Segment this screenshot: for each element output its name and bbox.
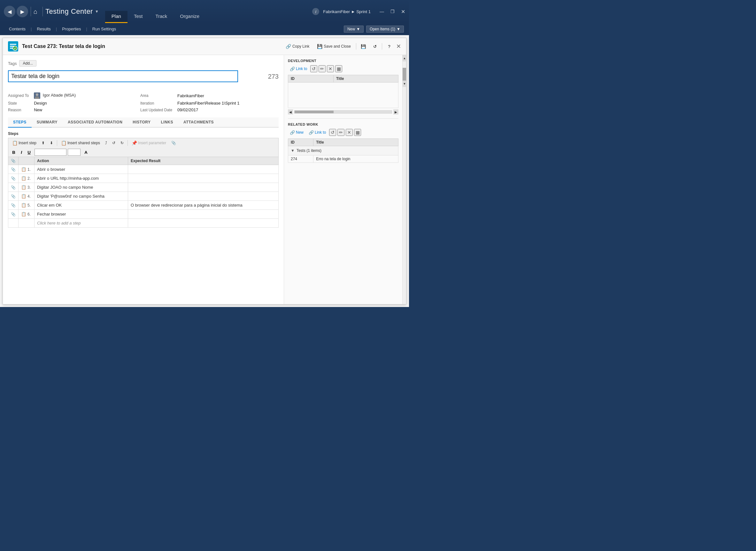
step-action-cell[interactable]: Abrir o browser bbox=[35, 165, 128, 174]
rw-board-button[interactable]: ▦ bbox=[354, 129, 361, 136]
step-action-cell[interactable]: Digitar 'P@ssw0rd' no campo Senha bbox=[35, 192, 128, 201]
step-expected-cell[interactable] bbox=[128, 174, 278, 183]
assigned-to-value: Igor Abade (MSA) bbox=[34, 92, 135, 99]
rw-refresh-button[interactable]: ↺ bbox=[329, 129, 336, 136]
step-action-cell: Click here to add a step bbox=[35, 219, 128, 228]
step-action-cell[interactable]: Digitar JOAO no campo Nome bbox=[35, 183, 128, 192]
format-underline-button[interactable]: U bbox=[26, 149, 33, 156]
step-action-cell[interactable]: Fechar browser bbox=[35, 210, 128, 219]
h-scroll-track[interactable] bbox=[294, 110, 392, 113]
shared-redo-btn[interactable]: ↻ bbox=[119, 140, 126, 146]
vertical-scrollbar[interactable]: ▲ ▼ bbox=[402, 55, 406, 304]
tab-summary[interactable]: SUMMARY bbox=[32, 117, 63, 128]
rw-item-id: 274 bbox=[288, 155, 313, 163]
step-expected-cell[interactable] bbox=[128, 192, 278, 201]
development-section: DEVELOPMENT 🔗 Link to ↺ ✏ ✕ ▦ bbox=[288, 59, 398, 114]
add-step-link[interactable]: Click here to add a step bbox=[37, 221, 81, 225]
rw-delete-button[interactable]: ✕ bbox=[346, 129, 353, 136]
sub-nav-properties[interactable]: Properties bbox=[58, 23, 85, 35]
info-icon[interactable]: i bbox=[312, 8, 319, 15]
home-button[interactable]: ⌂ bbox=[34, 8, 37, 15]
back-button[interactable]: ◀ bbox=[4, 6, 15, 17]
minimize-button[interactable]: — bbox=[380, 9, 384, 14]
step-expected-cell[interactable] bbox=[128, 210, 278, 219]
step-expected-cell[interactable] bbox=[128, 165, 278, 174]
assigned-avatar bbox=[34, 92, 40, 99]
related-work-section: RELATED WORK 🔗 New 🔗 Link to ↺ ✏ ✕ bbox=[288, 122, 398, 163]
sub-nav-contents[interactable]: Contents bbox=[5, 23, 29, 35]
dev-delete-button[interactable]: ✕ bbox=[327, 65, 334, 72]
tab-steps[interactable]: STEPS bbox=[8, 117, 32, 128]
step-clip-icon: 📎 bbox=[11, 203, 16, 207]
v-scroll-up[interactable]: ▲ bbox=[403, 55, 406, 61]
tab-history[interactable]: HISTORY bbox=[127, 117, 156, 128]
param-attach-btn[interactable]: 📎 bbox=[169, 140, 178, 146]
tab-attachments[interactable]: ATTACHMENTS bbox=[178, 117, 219, 128]
app-dropdown-arrow[interactable]: ▼ bbox=[95, 9, 99, 14]
tab-associated-automation[interactable]: ASSOCIATED AUTOMATION bbox=[63, 117, 127, 128]
refresh-icon-button[interactable]: ↺ bbox=[370, 42, 379, 51]
step-action-cell[interactable]: Abrir o URL http://minha-app.com bbox=[35, 174, 128, 183]
shared-steps-icon-btn[interactable]: ⤴ bbox=[103, 140, 109, 146]
move-up-button[interactable]: ⬆ bbox=[40, 140, 47, 146]
step-expected-cell[interactable] bbox=[128, 219, 278, 228]
font-size-input[interactable] bbox=[68, 149, 81, 156]
sub-nav-results[interactable]: Results bbox=[33, 23, 54, 35]
copy-link-button[interactable]: 🔗 Copy Link bbox=[283, 43, 312, 50]
sub-nav-run-settings[interactable]: Run Settings bbox=[89, 23, 120, 35]
step-num-cell: 📋 3. bbox=[19, 183, 35, 192]
dev-board-button[interactable]: ▦ bbox=[335, 65, 342, 72]
move-down-button[interactable]: ⬇ bbox=[48, 140, 55, 146]
restore-button[interactable]: ❐ bbox=[390, 9, 395, 14]
help-icon-button[interactable]: ? bbox=[385, 42, 394, 51]
add-tags-button[interactable]: Add... bbox=[19, 60, 36, 66]
tab-links[interactable]: LINKS bbox=[156, 117, 179, 128]
tab-plan[interactable]: Plan bbox=[105, 11, 127, 23]
save-and-close-button[interactable]: 💾 Save and Close bbox=[314, 43, 353, 50]
title-input[interactable] bbox=[8, 70, 238, 82]
dev-link-to-button[interactable]: 🔗 Link to bbox=[288, 66, 309, 72]
close-window-button[interactable]: ✕ bbox=[401, 9, 405, 15]
h-scroll-left[interactable]: ◀ bbox=[288, 109, 293, 114]
tabs-bar: STEPS SUMMARY ASSOCIATED AUTOMATION HIST… bbox=[8, 117, 279, 128]
rw-expand-arrow[interactable]: ▼ bbox=[291, 148, 295, 153]
steps-section: Steps 📋 Insert step ⬆ ⬇ bbox=[8, 131, 279, 228]
shared-undo-btn[interactable]: ↺ bbox=[110, 140, 117, 146]
v-scroll-down[interactable]: ▼ bbox=[403, 81, 406, 87]
rw-link-to-button[interactable]: 🔗 Link to bbox=[307, 129, 328, 136]
area-label: Area bbox=[140, 93, 172, 98]
step-number: 📋 6. bbox=[21, 212, 32, 216]
forward-button[interactable]: ▶ bbox=[17, 6, 28, 17]
dev-edit-button[interactable]: ✏ bbox=[319, 65, 326, 72]
v-scroll-thumb[interactable] bbox=[403, 68, 406, 81]
h-scroll-right[interactable]: ▶ bbox=[393, 109, 398, 114]
font-input[interactable] bbox=[35, 149, 66, 156]
move-up-icon: ⬆ bbox=[42, 141, 45, 145]
development-title: DEVELOPMENT bbox=[288, 59, 398, 63]
insert-parameter-button[interactable]: 📌 Insert parameter bbox=[130, 139, 168, 146]
tab-organize[interactable]: Organize bbox=[174, 11, 206, 23]
format-bold-button[interactable]: B bbox=[10, 149, 17, 156]
new-button[interactable]: New ▼ bbox=[344, 26, 364, 33]
table-row: 📎📋 5.Clicar em OKO browser deve redireci… bbox=[8, 201, 279, 210]
dev-refresh-button[interactable]: ↺ bbox=[310, 65, 317, 72]
step-expected-cell[interactable]: O browser deve redirecionar para a págin… bbox=[128, 201, 278, 210]
step-number: 📋 1. bbox=[21, 167, 32, 172]
open-items-arrow: ▼ bbox=[397, 27, 400, 31]
rw-new-button[interactable]: 🔗 New bbox=[288, 129, 305, 136]
insert-step-button[interactable]: 📋 Insert step bbox=[10, 139, 38, 146]
step-expected-cell[interactable] bbox=[128, 183, 278, 192]
tab-track[interactable]: Track bbox=[149, 11, 174, 23]
close-work-item-button[interactable]: ✕ bbox=[396, 43, 401, 50]
open-items-button[interactable]: Open Items (1) ▼ bbox=[366, 26, 404, 33]
save-icon-button[interactable]: 💾 bbox=[359, 42, 368, 51]
format-italic-button[interactable]: I bbox=[18, 149, 25, 156]
left-panel: Tags Add... 273 Assigned To bbox=[3, 55, 284, 304]
steps-section-label: Steps bbox=[8, 131, 279, 136]
tab-test[interactable]: Test bbox=[127, 11, 149, 23]
font-color-button[interactable]: A bbox=[82, 149, 89, 156]
step-action-cell[interactable]: Clicar em OK bbox=[35, 201, 128, 210]
step-number: 📋 2. bbox=[21, 176, 32, 181]
insert-shared-steps-button[interactable]: 📋 Insert shared steps bbox=[59, 139, 102, 146]
rw-edit-button[interactable]: ✏ bbox=[337, 129, 344, 136]
